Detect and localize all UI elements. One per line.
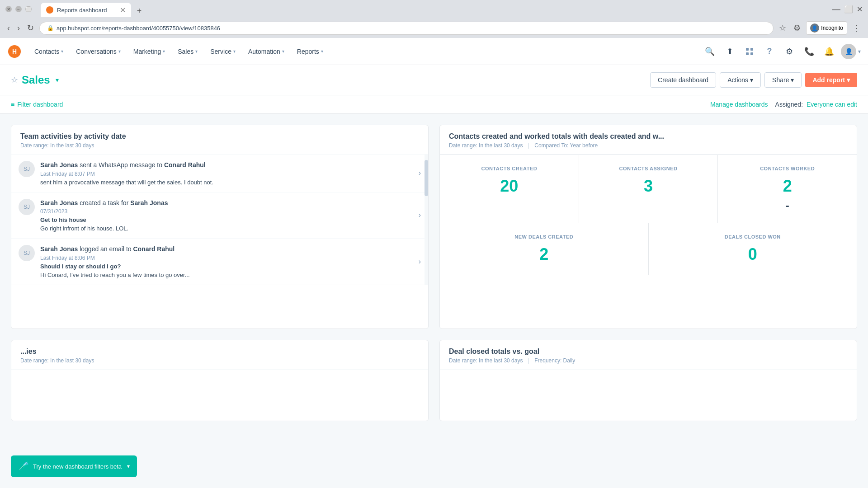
nav-item-automation[interactable]: Automation ▾ [243,44,290,59]
nav-items: Contacts ▾ Conversations ▾ Marketing ▾ S… [29,44,702,59]
stat-compare-value: - [727,199,848,212]
header-actions: Create dashboard Actions ▾ Share ▾ Add r… [650,72,857,88]
actions-btn[interactable]: Actions ▾ [720,72,761,88]
search-btn[interactable]: 🔍 [702,43,718,60]
deal-goal-header: Deal closed totals vs. goal Date range: … [440,340,857,370]
add-report-btn[interactable]: Add report ▾ [805,73,857,87]
browser-chrome: ✕ − ⬜ Reports dashboard ✕ + — ⬜ ✕ ‹ › ↻ … [0,0,868,38]
stat-label: CONTACTS CREATED [449,166,570,171]
chevron-right-icon: › [419,211,421,219]
browser-profile-label: Incognito [821,25,843,31]
manage-dashboards-link[interactable]: Manage dashboards [710,101,768,108]
window-minimize-right-btn[interactable]: — [832,5,840,14]
activity-note: Hi Conard, I've tried to reach you a few… [40,272,415,278]
deals-stats-grid: NEW DEALS CREATED 2 DEALS CLOSED WON 0 [440,223,857,275]
stat-label: CONTACTS ASSIGNED [588,166,709,171]
activity-content: Sarah Jonas sent a WhatsApp message to C… [40,161,415,186]
activity-content: Sarah Jonas created a task for Sarah Jon… [40,199,415,232]
activity-recipient: Conard Rahul [133,245,175,253]
svg-rect-2 [746,48,749,51]
title-dropdown-btn[interactable]: ▾ [54,75,61,85]
activity-time: Last Friday at 8:07 PM [40,171,415,177]
window-restore-btn[interactable]: ⬜ [844,5,853,14]
browser-star-btn[interactable]: ☆ [777,21,788,35]
svg-rect-4 [746,52,749,55]
browser-extensions-btn[interactable]: ⚙ [792,21,802,35]
list-item[interactable]: SJ Sarah Jonas sent a WhatsApp message t… [11,155,428,192]
contacts-caret: ▾ [61,49,63,54]
incognito-avatar: 👤 [810,23,819,33]
bottom-left-title: ...ies [20,347,419,356]
phone-btn[interactable]: 📞 [801,43,817,60]
browser-window-controls: ✕ − ⬜ [5,6,32,12]
marketplace-btn[interactable] [741,43,758,60]
bottom-left-subtitle: Date range: In the last 30 days [20,357,419,364]
window-maximize-btn[interactable]: ⬜ [25,6,32,12]
browser-refresh-btn[interactable]: ↻ [25,21,36,35]
activity-text: Sarah Jonas logged an email to Conard Ra… [40,245,415,254]
avatar: SJ [19,199,35,215]
stat-deals-closed: DEALS CLOSED WON 0 [649,223,857,275]
settings-btn[interactable]: ⚙ [781,43,797,60]
tab-bar: Reports dashboard ✕ + [35,1,146,17]
activity-scroll-wrap: SJ Sarah Jonas sent a WhatsApp message t… [11,155,428,285]
stat-value: 2 [727,177,848,196]
list-item[interactable]: SJ Sarah Jonas created a task for Sarah … [11,192,428,239]
activity-text: Sarah Jonas sent a WhatsApp message to C… [40,161,415,170]
conversations-caret: ▾ [118,49,121,54]
browser-forward-btn[interactable]: › [15,22,22,35]
create-dashboard-btn[interactable]: Create dashboard [650,72,716,88]
top-nav: H Contacts ▾ Conversations ▾ Marketing ▾… [0,38,868,65]
beta-banner[interactable]: 🧪 Try the new dashboard filters beta ▾ [11,455,137,477]
stat-value: 20 [449,177,570,196]
activity-sender: Sarah Jonas [40,245,78,253]
stat-new-deals: NEW DEALS CREATED 2 [440,223,648,275]
browser-back-btn[interactable]: ‹ [5,22,12,35]
list-item[interactable]: SJ Sarah Jonas logged an email to Conard… [11,239,428,285]
service-caret: ▾ [233,49,236,54]
share-btn[interactable]: Share ▾ [764,72,802,88]
contacts-totals-title: Contacts created and worked totals with … [449,132,848,141]
activity-subject: Should I stay or should I go? [40,263,415,270]
activity-time: Last Friday at 8:06 PM [40,255,415,261]
main-content: Team activities by activity date Date ra… [0,114,868,475]
everyone-edit-link[interactable]: Everyone can edit [807,101,857,108]
browser-menu-btn[interactable]: ⋮ [851,21,863,35]
nav-item-marketing[interactable]: Marketing ▾ [128,44,170,59]
new-tab-btn[interactable]: + [133,5,146,17]
avatar: SJ [19,161,35,177]
hubspot-logo[interactable]: H [7,44,22,59]
beta-icon: 🧪 [18,461,29,472]
sub-header: ≡ Filter dashboard Manage dashboards Ass… [0,95,868,114]
team-activities-widget: Team activities by activity date Date ra… [11,125,429,329]
help-btn[interactable]: ? [761,43,778,60]
reports-caret: ▾ [321,49,323,54]
address-bar[interactable]: 🔒 app.hubspot.com/reports-dashboard/4005… [39,22,774,35]
bottom-left-header: ...ies Date range: In the last 30 days [11,340,428,370]
favorite-btn[interactable]: ☆ [11,75,18,85]
window-minimize-btn[interactable]: − [15,6,22,12]
bottom-left-widget: ...ies Date range: In the last 30 days [11,340,429,421]
active-browser-tab[interactable]: Reports dashboard ✕ [41,3,131,17]
nav-item-contacts[interactable]: Contacts ▾ [29,44,69,59]
automation-caret: ▾ [282,49,284,54]
nav-item-sales[interactable]: Sales ▾ [172,44,203,59]
page-header: ☆ Sales ▾ Create dashboard Actions ▾ Sha… [0,65,868,95]
filter-dashboard-btn[interactable]: ≡ Filter dashboard [11,101,63,108]
tab-close-btn[interactable]: ✕ [120,6,126,14]
upgrade-btn[interactable]: ⬆ [722,43,738,60]
nav-item-conversations[interactable]: Conversations ▾ [71,44,126,59]
assigned-label: Assigned: Everyone can edit [775,101,857,108]
window-close-right-btn[interactable]: ✕ [857,5,863,14]
activity-content: Sarah Jonas logged an email to Conard Ra… [40,245,415,278]
filter-icon: ≡ [11,101,14,108]
nav-item-reports[interactable]: Reports ▾ [292,44,329,59]
avatar-btn[interactable]: 👤 ▾ [841,44,861,59]
window-close-btn[interactable]: ✕ [5,6,12,12]
activity-sender: Sarah Jonas [40,199,78,206]
scrollbar-track[interactable] [425,155,428,285]
browser-profile-btn[interactable]: 👤 Incognito [806,21,847,35]
notification-btn[interactable]: 🔔 [821,43,837,60]
chevron-right-icon: › [419,258,421,266]
nav-item-service[interactable]: Service ▾ [205,44,241,59]
